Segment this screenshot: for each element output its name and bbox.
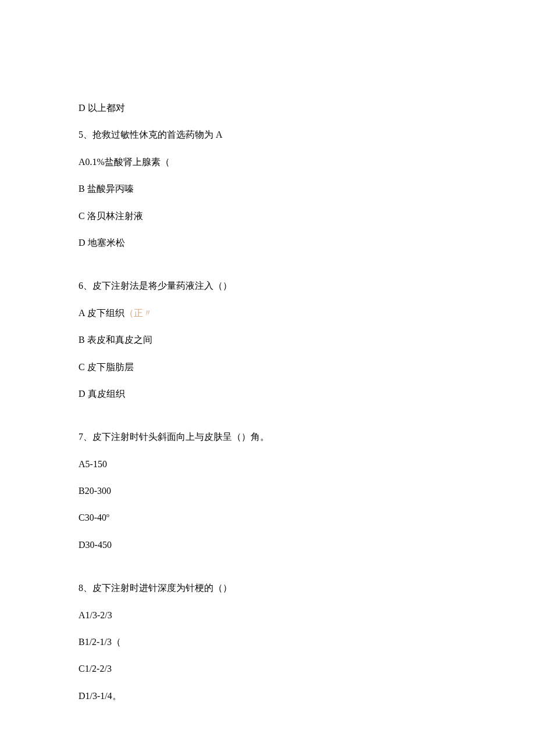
q8-stem: 8、皮下注射时进针深度为针梗的（） xyxy=(79,582,456,594)
q6-option-b: B 表皮和真皮之间 xyxy=(79,334,456,346)
q6-correct-marker: （正〃 xyxy=(124,308,152,318)
q7-option-a: A5-150 xyxy=(79,458,456,471)
q5-stem: 5、抢救过敏性休克的首选药物为 A xyxy=(79,128,456,141)
q7-stem: 7、皮下注射时针头斜面向上与皮肤呈（）角。 xyxy=(79,431,456,443)
q6-stem: 6、皮下注射法是将少量药液注入（） xyxy=(79,280,456,292)
q5-option-c: C 洛贝林注射液 xyxy=(79,210,456,223)
q4-option-d: D 以上都对 xyxy=(79,102,456,114)
q7-option-d: D30-450 xyxy=(79,539,456,551)
q5-option-a: A0.1%盐酸肾上腺素（ xyxy=(79,156,456,169)
q7-option-c: C30-40º xyxy=(79,511,456,524)
q5-option-b: B 盐酸异丙嗪 xyxy=(79,182,456,195)
q6-option-a: A 皮下组织（正〃 xyxy=(79,307,456,320)
q6-option-c: C 皮下脂肪层 xyxy=(79,361,456,374)
q8-option-d: D1/3-1/4。 xyxy=(79,690,456,703)
q8-option-a: A1/3-2/3 xyxy=(79,609,456,622)
q8-option-b: B1/2-1/3（ xyxy=(79,636,456,648)
q8-option-c: C1/2-2/3 xyxy=(79,662,456,675)
q6-option-d: D 真皮组织 xyxy=(79,388,456,400)
q7-option-b: B20-300 xyxy=(79,485,456,497)
q6-option-a-text: A 皮下组织 xyxy=(79,308,124,318)
q5-option-d: D 地塞米松 xyxy=(79,237,456,249)
